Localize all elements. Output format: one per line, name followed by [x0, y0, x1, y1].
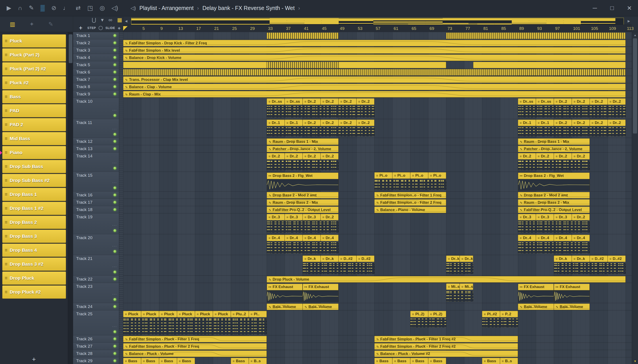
pattern-clip[interactable]: ≡Dr..2 — [303, 153, 321, 160]
automation-clip[interactable]: ∿Bala..Volume — [303, 304, 338, 310]
timeline[interactable]: 5913172125293337414549535761656973778185… — [123, 24, 632, 32]
pattern-pencil-icon[interactable]: ✎ — [48, 21, 53, 28]
pattern-clip[interactable]: ≡Dr..4 — [554, 235, 572, 241]
playlist-lane[interactable] — [123, 32, 632, 40]
track-led[interactable] — [114, 250, 116, 253]
track-led[interactable] — [114, 147, 116, 150]
automation-clip[interactable]: ∿FabFilter Simplon..o - Filter 1 Freq — [374, 192, 446, 198]
pattern-item[interactable]: ≡Pluck (Part 2) #2 — [2, 62, 66, 76]
monitor-speaker-icon[interactable]: ◁) — [112, 5, 118, 11]
track-led[interactable] — [114, 71, 116, 74]
track-led[interactable] — [114, 229, 116, 232]
pattern-notes-clip[interactable] — [482, 318, 518, 327]
pattern-clip[interactable]: ≡Dr..2 — [303, 120, 321, 126]
pattern-item[interactable]: ≡PAD — [2, 104, 66, 117]
pattern-clip[interactable]: ≡Dr..2 — [321, 98, 338, 105]
pattern-clip[interactable]: ≡D..#2 — [356, 256, 374, 262]
pattern-clip[interactable]: ≡Dr..1 — [267, 120, 285, 126]
pattern-clip[interactable]: ≡Dr..2 — [554, 98, 572, 105]
pattern-clip[interactable]: ≡Pl..2) — [410, 311, 428, 317]
pattern-clip[interactable]: ≡Dr..4 — [285, 235, 303, 241]
vertical-scrollbar[interactable]: ▲ ▼ — [632, 32, 638, 364]
automation-clip[interactable]: ∿Drop Pluck - Volume — [267, 276, 625, 282]
track-led[interactable] — [114, 34, 116, 37]
track-header[interactable]: Track 14··· — [73, 152, 119, 172]
track-led[interactable] — [114, 330, 116, 333]
track-header[interactable]: Track 11··· — [73, 119, 119, 138]
pattern-clip[interactable]: ≡Dr..2 — [285, 153, 303, 160]
track-header[interactable]: Track 25··· — [73, 310, 119, 336]
track-led[interactable] — [114, 298, 116, 301]
link-icon[interactable]: ∞ — [109, 17, 112, 23]
pencil-icon[interactable]: ✎ — [29, 5, 34, 11]
pattern-clip[interactable]: ≡Dr..2 — [321, 120, 338, 126]
playlist-lane[interactable]: ∿Balance - Pluck - Volume∿Balance - Pluc… — [123, 350, 632, 357]
automation-clip[interactable]: ∿FabFilter Simplon - Mix level — [123, 47, 625, 54]
playlist-lane[interactable]: ≡Dr..3≡Dr..3≡Dr..3≡Dr..2≡Dr..3≡Dr..3≡Dr.… — [123, 214, 632, 234]
pattern-clip[interactable]: ≡Pl.. — [249, 311, 267, 317]
audio-clip[interactable]: ↦FX Exhaust — [518, 284, 554, 302]
pattern-clip[interactable]: ≡Bass — [123, 358, 141, 364]
pattern-clip[interactable]: ≡Pluck — [141, 311, 159, 317]
track-header[interactable]: Track 22 — [73, 276, 119, 283]
playlist-lane[interactable]: ∿Trans. Processor - Clap Mix level — [123, 76, 632, 83]
track-header[interactable]: Track 24 — [73, 303, 119, 310]
track-header[interactable]: Track 26 — [73, 336, 119, 343]
pattern-notes-clip[interactable] — [446, 263, 473, 274]
pattern-clip[interactable]: ≡Dr..ss — [285, 98, 303, 105]
pattern-clip[interactable]: ≡Dr..2 — [518, 153, 536, 160]
pattern-item[interactable]: ≡PAD 2 — [2, 118, 66, 131]
automation-clip[interactable]: ∿FabFilter Simplon..o - Filter 2 Freq — [374, 199, 446, 206]
pattern-item[interactable]: ≡Drop Bass 3 #2 — [2, 258, 66, 271]
automation-clip[interactable]: ∿FabFilter Pro-Q..2 - Output Level — [518, 206, 590, 213]
track-header[interactable]: Track 7 — [73, 76, 119, 83]
pattern-clip[interactable]: ≡Mi..ss — [460, 284, 473, 290]
automation-clip[interactable]: ∿FabFilter Simplon - Pluck - Filter 1 Fr… — [123, 336, 267, 342]
pattern-notes-clip[interactable] — [267, 160, 338, 170]
pattern-item[interactable]: ≡Drop Bass 1 — [2, 188, 66, 201]
pattern-clip[interactable]: ≡Dr..2 — [356, 98, 374, 105]
add-pattern-button[interactable]: + — [0, 356, 68, 363]
track-led[interactable] — [114, 186, 116, 189]
scroll-right-icon[interactable]: ▸ — [627, 18, 630, 24]
pattern-item[interactable]: ≡Drop Bass 3 — [2, 230, 66, 243]
pattern-clip[interactable]: ≡Dr..4 — [321, 235, 338, 241]
pattern-notes-clip[interactable] — [267, 222, 338, 232]
pattern-clip[interactable]: ≡Bass — [374, 358, 392, 364]
mute-icon[interactable]: ♩ — [63, 5, 69, 11]
audio-clip[interactable]: ↦Drop Bass 2 - Flg_Wet — [267, 172, 338, 191]
track-led[interactable] — [114, 78, 116, 81]
track-header[interactable]: Track 4 — [73, 54, 119, 61]
pattern-clip[interactable]: ≡Dr..1 — [518, 120, 536, 126]
audio-clip[interactable]: ↦FX Exhaust — [554, 284, 590, 302]
track-header[interactable]: Track 12 — [73, 138, 119, 145]
pattern-notes-clip[interactable] — [303, 263, 374, 274]
track-led[interactable] — [114, 359, 116, 362]
pattern-notes-clip[interactable] — [554, 263, 625, 274]
pattern-notes-clip[interactable] — [518, 127, 625, 136]
pattern-clip[interactable]: ≡Bass — [159, 358, 177, 364]
pattern-clip[interactable]: ≡Dr..2 — [608, 120, 625, 126]
pattern-clip[interactable]: ≡Dr..ss — [267, 98, 285, 105]
pattern-item[interactable]: ≡Mid Bass — [2, 132, 66, 145]
track-led[interactable] — [114, 338, 116, 340]
pattern-clip[interactable]: ≡Bass — [482, 358, 500, 364]
pattern-clip[interactable]: ≡Bass — [177, 358, 195, 364]
track-led[interactable] — [114, 56, 116, 59]
pattern-clip[interactable]: ≡Dr..3 — [267, 214, 285, 220]
pattern-star-icon[interactable]: ✦ — [30, 21, 34, 28]
pattern-clip[interactable]: ≡Dr..2 — [321, 214, 338, 220]
pattern-clip[interactable]: ≡Dr..k — [321, 256, 338, 262]
pattern-clip[interactable]: ≡Dr..2 — [590, 120, 608, 126]
pattern-clip[interactable]: ≡Plu..2 — [231, 311, 249, 317]
pattern-clip[interactable]: ≡Dr..2 — [338, 98, 356, 105]
track-header[interactable]: Track 20··· — [73, 234, 119, 255]
playlist-lane[interactable] — [123, 61, 632, 69]
audio-clip[interactable]: ↦FX Exhaust — [303, 284, 338, 302]
automation-clip[interactable]: ∿Patcher - Drop..lance - 2. Volume — [267, 146, 338, 152]
pattern-clip[interactable] — [473, 62, 626, 68]
select-icon[interactable]: ◳ — [87, 5, 93, 11]
pattern-clip[interactable]: ≡Bass — [141, 358, 159, 364]
pattern-item[interactable]: ≡Drop Pluck #2 — [2, 286, 66, 299]
scroll-down-icon[interactable]: ▼ — [632, 358, 638, 364]
